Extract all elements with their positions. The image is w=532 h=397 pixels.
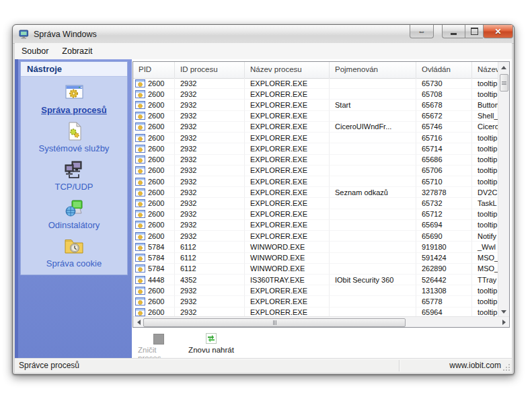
toggle-panel-button[interactable]: ⇔	[410, 25, 434, 38]
table-row[interactable]: 2600 2932 EXPLORER.EXE 65710 tooltip	[133, 176, 509, 187]
horizontal-scroll-thumb[interactable]	[143, 318, 406, 327]
column-header-ovladan[interactable]: Ovládán	[416, 62, 472, 78]
column-header-nazev-procesu[interactable]: Název procesu	[245, 62, 330, 78]
menu-zobrazit[interactable]: Zobrazit	[55, 43, 99, 59]
cell-class-name: DV2C	[478, 188, 497, 196]
table-row[interactable]: 2600 2932 EXPLORER.EXE 65714 tooltip	[133, 143, 509, 154]
resize-grip-icon[interactable]	[502, 363, 510, 371]
scroll-down-arrow[interactable]	[498, 308, 509, 316]
table-row[interactable]: 5784 6112 WINWORD.EXE 591424 MSO_	[133, 253, 509, 264]
cell-pid: 2600	[148, 112, 164, 120]
table-row[interactable]: 4448 4352 IS360TRAY.EXE IObit Security 3…	[133, 275, 509, 285]
cell-pid: 2600	[148, 90, 164, 98]
cell-class-name: TaskL	[478, 199, 497, 207]
menubar: Soubor Zobrazit	[15, 43, 512, 60]
vertical-scroll-thumb[interactable]	[500, 74, 508, 92]
cell-handle: 65708	[422, 90, 443, 98]
scroll-up-arrow[interactable]	[498, 63, 509, 71]
titlebar[interactable]: Správa Windows ⇔ ✕	[13, 25, 514, 44]
cell-pid: 2600	[148, 134, 164, 142]
cell-caption: Start	[335, 101, 350, 109]
table-row[interactable]: 2600 2932 EXPLORER.EXE CiceroUIWndFr... …	[133, 122, 509, 133]
menu-soubor[interactable]: Soubor	[15, 43, 55, 59]
window-handle-icon	[135, 264, 145, 273]
cell-process-id: 2932	[180, 297, 196, 305]
table-row[interactable]: 5784 6112 WINWORD.EXE 919180 _Wwl	[133, 242, 509, 252]
table-row[interactable]: 2600 2932 EXPLORER.EXE 65730 tooltip	[133, 78, 509, 89]
process-list: PID ID procesu Název procesu Pojmenován …	[132, 61, 510, 328]
maximize-icon	[471, 28, 478, 35]
table-row[interactable]: 2600 2932 EXPLORER.EXE Seznam odkazů 327…	[133, 187, 509, 198]
column-header-pojmenovan[interactable]: Pojmenován	[330, 62, 416, 78]
list-body: 2600 2932 EXPLORER.EXE 65730 tooltip 260…	[133, 78, 509, 318]
cell-process-name: EXPLORER.EXE	[250, 221, 307, 229]
table-row[interactable]: 5784 6112 WINWORD.EXE 262890 MSO_	[133, 264, 509, 275]
cell-process-id: 2932	[180, 221, 196, 229]
cell-process-id: 4352	[180, 276, 196, 284]
cell-class-name: TTray	[478, 276, 496, 284]
window-handle-icon	[135, 221, 145, 229]
window-handle-icon	[135, 287, 145, 295]
table-row[interactable]: 2600 2932 EXPLORER.EXE 65672 Shell_	[133, 111, 509, 122]
cell-process-id: 2932	[180, 112, 196, 120]
window-handle-icon	[135, 276, 145, 284]
table-row[interactable]: 2600 2932 EXPLORER.EXE 65716 tooltip	[133, 133, 509, 143]
window-handle-icon	[135, 166, 145, 174]
table-row[interactable]: 2600 2932 EXPLORER.EXE 65706 tooltip	[133, 166, 509, 176]
cell-process-name: EXPLORER.EXE	[250, 188, 307, 196]
network-computers-icon	[63, 159, 85, 180]
cell-process-name: EXPLORER.EXE	[250, 199, 307, 207]
table-row[interactable]: 2600 2932 EXPLORER.EXE 131308 tooltip	[133, 285, 509, 296]
close-button[interactable]: ✕	[483, 25, 513, 38]
sidebar-item-systemove-sluzby[interactable]: Systémové služby	[21, 120, 127, 153]
table-row[interactable]: 2600 2932 EXPLORER.EXE 65708 tooltip	[133, 89, 509, 100]
cell-handle: 65694	[422, 221, 443, 229]
cell-handle: 131308	[422, 287, 447, 295]
cell-pid: 2600	[148, 122, 164, 131]
minimize-icon	[451, 33, 457, 35]
sidebar-item-sprava-cookie[interactable]: Správa cookie	[21, 236, 127, 268]
reload-button[interactable]: Znovu nahrát	[185, 332, 237, 355]
window-handle-icon	[135, 210, 145, 218]
uninstaller-globe-icon	[63, 197, 85, 219]
cell-process-name: WINWORD.EXE	[250, 254, 305, 262]
cell-handle: 591424	[422, 254, 447, 262]
scroll-left-arrow[interactable]	[135, 317, 143, 327]
reload-icon	[206, 333, 217, 344]
table-row[interactable]: 2600 2932 EXPLORER.EXE 65694 tooltip	[133, 220, 509, 231]
table-row[interactable]: 2600 2932 EXPLORER.EXE 65732 TaskL	[133, 198, 509, 209]
cell-handle: 65690	[422, 232, 443, 240]
table-row[interactable]: 2600 2932 EXPLORER.EXE 65778 tooltip	[133, 296, 509, 307]
horizontal-scrollbar[interactable]	[133, 316, 509, 327]
tools-panel: Nástroje Správa procesů Systémové služby	[20, 61, 128, 275]
window-handle-icon	[135, 122, 145, 131]
sidebar-item-tcp-udp[interactable]: TCP/UDP	[21, 159, 127, 192]
cell-pid: 2600	[148, 287, 164, 295]
cell-process-name: EXPLORER.EXE	[250, 90, 307, 98]
cell-handle: 65678	[422, 101, 443, 109]
table-row[interactable]: 2600 2932 EXPLORER.EXE 65686 tooltip	[133, 155, 509, 166]
cell-process-id: 2932	[180, 199, 196, 207]
table-row[interactable]: 2600 2932 EXPLORER.EXE 65712 tooltip	[133, 209, 509, 220]
sidebar-item-odinstalatory[interactable]: Odinstalátory	[21, 197, 127, 230]
kill-process-icon	[153, 333, 164, 344]
cell-handle: 65964	[422, 308, 443, 316]
column-header-id-procesu[interactable]: ID procesu	[175, 62, 245, 78]
cell-process-id: 2932	[180, 232, 196, 240]
cell-class-name: tooltip	[478, 297, 497, 305]
cell-process-id: 2932	[180, 178, 196, 186]
cell-process-id: 2932	[180, 101, 196, 109]
cell-class-name: tooltip	[478, 210, 497, 218]
table-row[interactable]: 2600 2932 EXPLORER.EXE Start 65678 Butto…	[133, 100, 509, 110]
column-header-pid[interactable]: PID	[133, 62, 175, 78]
cell-process-name: EXPLORER.EXE	[250, 297, 307, 305]
minimize-button[interactable]	[442, 25, 465, 38]
maximize-button[interactable]	[465, 25, 483, 38]
double-arrow-icon: ⇔	[418, 27, 426, 36]
vertical-scrollbar[interactable]	[498, 62, 509, 317]
cell-process-id: 2932	[180, 287, 196, 295]
sidebar-item-sprava-procesu[interactable]: Správa procesů	[21, 82, 127, 115]
table-row[interactable]: 2600 2932 EXPLORER.EXE 65690 Notify	[133, 231, 509, 242]
scroll-right-arrow[interactable]	[500, 317, 508, 327]
window-handle-icon	[135, 232, 145, 240]
